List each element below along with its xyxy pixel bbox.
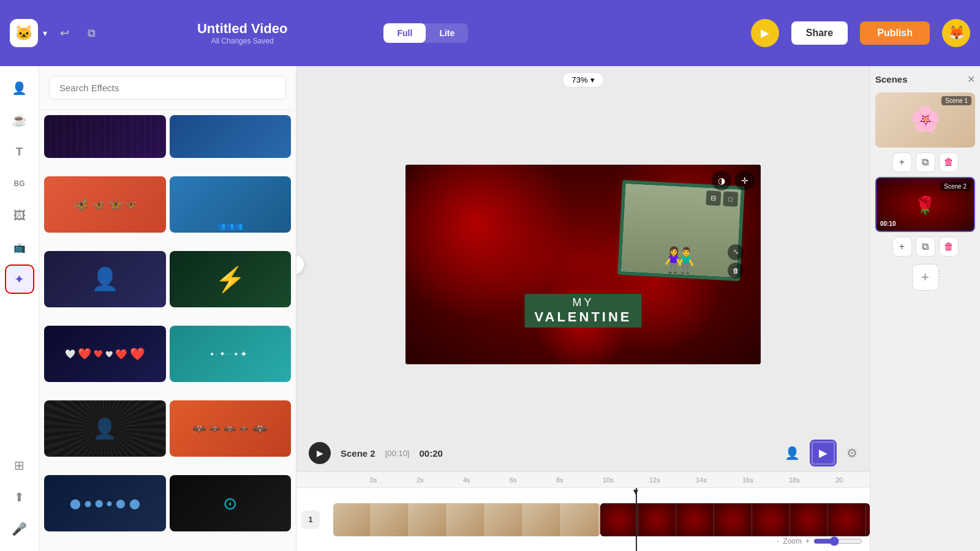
ruler-mark: 4s — [463, 476, 510, 484]
timeline-zoom-control: - Zoom + — [777, 536, 862, 546]
effect-item-spinner[interactable]: ⊙ — [170, 475, 292, 531]
ruler-mark: 16s — [742, 476, 789, 484]
effect-item[interactable] — [170, 115, 292, 158]
copy-button[interactable]: ⧉ — [81, 23, 101, 43]
frame-delete-icon[interactable]: □ — [723, 191, 738, 206]
effect-item-bats[interactable]: 🦇 🦇 🦇 🦇 🦇 — [170, 400, 292, 457]
sidebar-item-media[interactable]: ☕ — [5, 105, 34, 135]
effect-item-protest[interactable]: 👥👥👥 — [170, 176, 292, 233]
scene1-delete-button[interactable]: 🗑 — [939, 152, 959, 172]
effects-search-area — [39, 66, 296, 110]
user-avatar-button[interactable]: 🦊 — [942, 19, 970, 47]
canvas-photo-frame[interactable]: 👫 ⊟ □ — [617, 179, 745, 280]
add-scene-button[interactable]: + — [912, 264, 939, 291]
scene2-actions: + ⧉ 🗑 — [875, 237, 975, 257]
undo-button[interactable]: ↩ — [55, 23, 74, 43]
trash-control-button[interactable]: 🗑 — [728, 263, 744, 279]
app-logo[interactable]: 🐱 — [10, 19, 38, 47]
frame-layers-icon[interactable]: ⊟ — [706, 190, 721, 206]
video-track-icon: ▶ — [819, 446, 827, 460]
scene2-add-button[interactable]: + — [892, 237, 912, 257]
effect-item-radial[interactable]: 👤 — [44, 400, 166, 457]
move-control-button[interactable]: ✛ — [735, 171, 755, 190]
zoom-slider[interactable] — [813, 536, 862, 546]
playback-bar: ▶ Scene 2 [00:10] 00:20 👤 ▶ ⚙ — [296, 435, 870, 471]
effect-item-butterflies[interactable]: 🦋 🦋 🦋 🦋 — [44, 176, 166, 233]
canvas-text-line2: VALENTINE — [534, 309, 631, 325]
resize-control-button[interactable]: ⤡ — [728, 244, 744, 260]
effect-item-hearts[interactable]: 🤍 ❤️ ❤️ 🤍 ❤️ ❤️ — [44, 326, 166, 382]
zoom-minus-icon[interactable]: - — [777, 537, 779, 545]
effects-search-input[interactable] — [49, 76, 286, 100]
logo-chevron-icon[interactable]: ▾ — [43, 28, 47, 38]
canvas-prev-button[interactable]: ‹ — [296, 255, 304, 274]
effects-grid: 🦋 🦋 🦋 🦋 👥👥👥 👤 ⚡ — [39, 110, 296, 551]
effect-item[interactable] — [44, 115, 166, 158]
scene-card-1[interactable]: 🌸 Scene 1 — [875, 92, 975, 148]
publish-button[interactable]: Publish — [860, 21, 930, 45]
scene2-delete-button[interactable]: 🗑 — [939, 237, 959, 257]
effect-item-lightning[interactable]: ⚡ — [170, 251, 292, 307]
scene1-copy-button[interactable]: ⧉ — [916, 152, 935, 172]
scene2-copy-button[interactable]: ⧉ — [916, 237, 935, 257]
track-thumb — [561, 503, 599, 536]
zoom-plus-icon[interactable]: + — [805, 537, 810, 545]
playback-play-button[interactable]: ▶ — [309, 442, 331, 464]
avatar-icon: 🦊 — [948, 25, 965, 41]
scene2-label: Scene 2 — [940, 182, 970, 191]
ruler-mark: 6s — [510, 476, 556, 484]
track-thumb — [333, 503, 371, 536]
left-icon-sidebar: 👤 ☕ T BG 🖼 📺 ✦ ⊞ ⬆ 🎤 — [0, 66, 39, 551]
effect-item-ghost[interactable]: 👤 — [44, 251, 166, 307]
track-thumb — [371, 503, 409, 536]
preview-play-button[interactable]: ▶ — [751, 19, 779, 47]
canvas-valentine-text: MY VALENTINE — [524, 294, 641, 328]
canvas-text-bg: MY VALENTINE — [524, 294, 641, 328]
effect-item-stars[interactable]: ✦· ✦· ·✦ ✦· — [170, 326, 292, 382]
settings-icon[interactable]: ⚙ — [846, 446, 858, 460]
sidebar-item-video[interactable]: 📺 — [5, 233, 34, 262]
photo-extra-controls: ⤡ 🗑 — [728, 244, 744, 279]
ruler-mark: 18s — [789, 476, 835, 484]
view-lite-button[interactable]: Lite — [426, 23, 468, 43]
scenes-close-button[interactable]: ✕ — [967, 73, 975, 85]
zoom-label: Zoom — [783, 537, 802, 545]
sidebar-item-mic[interactable]: 🎤 — [5, 514, 34, 544]
time-bracket: [00:10] — [385, 449, 410, 458]
sidebar-item-apps[interactable]: ⊞ — [5, 451, 34, 480]
ruler-mark: 2s — [417, 476, 463, 484]
track-thumb — [790, 503, 828, 536]
video-track-button[interactable]: ▶ — [810, 440, 837, 467]
ruler-mark: 0s — [370, 476, 417, 484]
scene-person-icon[interactable]: 👤 — [785, 446, 800, 460]
scene-card-2[interactable]: 🌹 Scene 2 00:10 — [875, 177, 975, 232]
time-current: 00:20 — [419, 448, 442, 459]
project-title: Untitled Video — [108, 21, 376, 37]
effect-item-dots[interactable]: ⬤⬤ ⬤⬤ ⬤⬤ — [44, 475, 166, 531]
sidebar-item-text[interactable]: T — [5, 137, 34, 167]
track-segment-1[interactable] — [333, 503, 600, 536]
sidebar-item-profile[interactable]: 👤 — [5, 73, 34, 103]
canvas-frame[interactable]: 👫 ⊟ □ ◑ ✛ ⤡ 🗑 — [405, 165, 761, 364]
zoom-control[interactable]: 73% ▾ — [562, 72, 603, 88]
sidebar-item-upload[interactable]: ⬆ — [5, 482, 34, 512]
profile-icon: 👤 — [12, 81, 27, 96]
track-thumb — [409, 503, 447, 536]
track-segment-2[interactable]: ••• — [600, 503, 870, 536]
timeline-playhead[interactable] — [636, 488, 637, 551]
canvas-text-line1: MY — [534, 296, 631, 309]
sidebar-item-bg[interactable]: BG — [5, 169, 34, 198]
share-button[interactable]: Share — [791, 21, 848, 45]
mask-control-button[interactable]: ◑ — [712, 171, 731, 190]
timeline-ruler: 0s 2s 4s 6s 8s 10s 12s 14s 16s 18s 20 — [296, 472, 870, 488]
track-thumb — [523, 503, 561, 536]
sidebar-item-effects[interactable]: ✦ — [5, 264, 34, 294]
view-full-button[interactable]: Full — [383, 23, 426, 43]
ruler-mark: 20 — [835, 476, 870, 484]
track-thumb — [828, 503, 866, 536]
track-thumb — [752, 503, 790, 536]
sidebar-item-image[interactable]: 🖼 — [5, 201, 34, 230]
scene1-add-button[interactable]: + — [892, 152, 912, 172]
ruler-mark: 10s — [603, 476, 649, 484]
track-thumb — [866, 503, 870, 536]
